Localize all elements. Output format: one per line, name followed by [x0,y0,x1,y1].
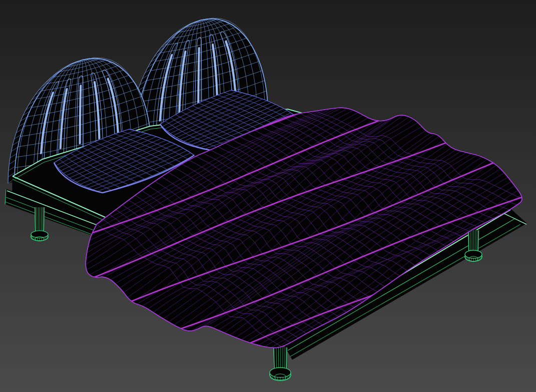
leg-cylinder-line [43,207,43,232]
wireframe-scene-canvas[interactable] [0,0,536,392]
leg-cylinder-line [468,230,469,253]
leg-cylinder-line [470,230,471,253]
viewport-3d[interactable] [0,0,536,392]
leg-cylinder-line [44,207,44,232]
leg-cylinder-line [35,207,36,232]
leg-foot-rim [270,367,291,377]
tuft-highlight [198,48,199,111]
leg-cylinder-line [37,207,37,232]
leg-cylinder-line [478,230,478,253]
leg-cylinder-line [286,347,287,370]
leg-foot-rim [465,250,482,258]
leg-cylinder-line [274,347,274,370]
tuft-highlight [80,86,81,143]
